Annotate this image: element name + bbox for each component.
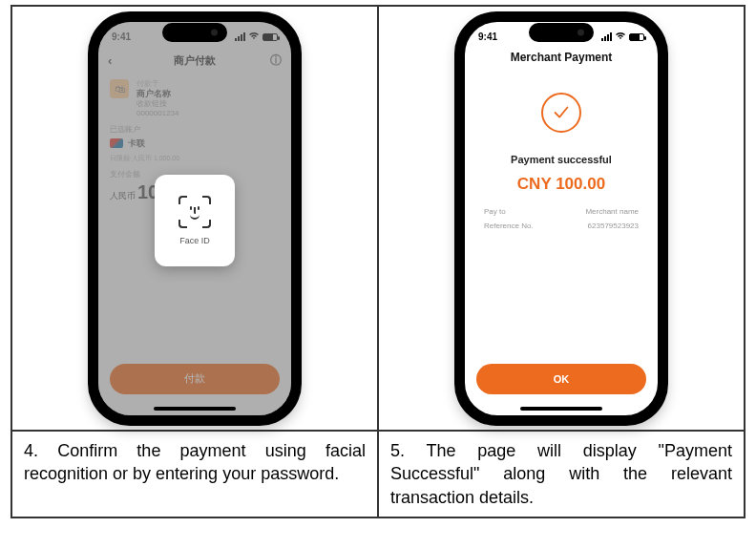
status-icons: [601, 32, 644, 42]
faceid-icon: [178, 196, 211, 228]
home-indicator: [154, 407, 236, 411]
signal-icon: [601, 32, 612, 41]
step4-image-cell: 9:41 ‹ 商户付款 ⓘ 🛍: [11, 6, 378, 431]
battery-icon: [629, 33, 644, 41]
instruction-table: 9:41 ‹ 商户付款 ⓘ 🛍: [10, 5, 746, 518]
payto-label: Pay to: [484, 207, 561, 216]
dynamic-island: [529, 23, 594, 42]
success-text: Payment successful: [511, 154, 612, 165]
faceid-popup: Face ID: [155, 175, 235, 266]
phone-frame-step4: 9:41 ‹ 商户付款 ⓘ 🛍: [90, 13, 300, 424]
phone-frame-step5: 9:41 Merchant Payment Payment successful: [456, 13, 666, 424]
page-title: Merchant Payment: [465, 49, 658, 72]
step4-caption: 4. Confirm the payment using facial reco…: [11, 431, 378, 517]
faceid-label: Face ID: [179, 236, 210, 245]
ref-value: 623579523923: [561, 222, 639, 230]
success-amount: CNY 100.00: [517, 175, 605, 194]
dynamic-island: [162, 23, 227, 42]
transaction-details: Pay to Merchant name Reference No. 62357…: [484, 207, 639, 230]
payto-value: Merchant name: [561, 207, 639, 216]
wifi-icon: [615, 32, 626, 42]
screen-step5: 9:41 Merchant Payment Payment successful: [465, 22, 658, 415]
screen-step4: 9:41 ‹ 商户付款 ⓘ 🛍: [98, 22, 291, 415]
check-circle-icon: [541, 93, 581, 133]
status-time: 9:41: [478, 32, 497, 42]
ok-button[interactable]: OK: [476, 364, 646, 394]
step5-caption: 5. The page will display "Payment Succes…: [378, 431, 745, 517]
ref-label: Reference No.: [484, 222, 561, 230]
home-indicator: [520, 407, 602, 411]
step5-image-cell: 9:41 Merchant Payment Payment successful: [378, 6, 745, 431]
